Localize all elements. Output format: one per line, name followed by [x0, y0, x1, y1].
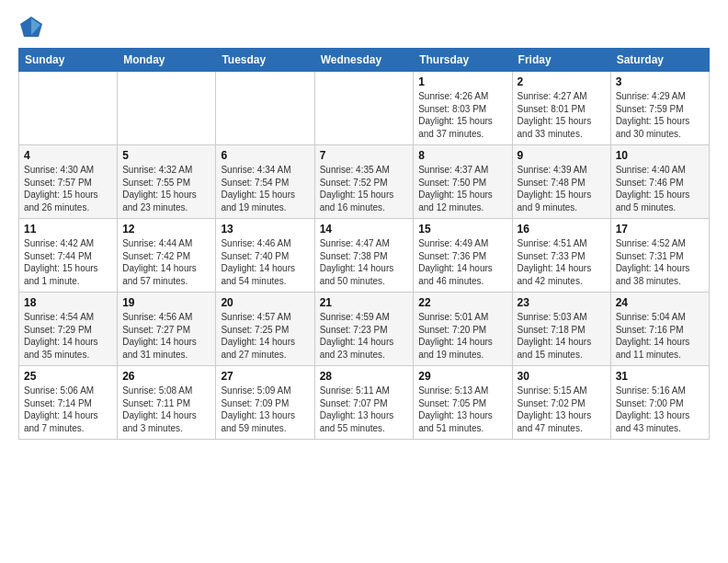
day-detail: Sunrise: 4:29 AM Sunset: 7:59 PM Dayligh… — [616, 90, 704, 140]
day-number: 19 — [122, 296, 210, 309]
day-number: 30 — [518, 370, 606, 383]
header — [18, 15, 710, 40]
calendar-cell: 21Sunrise: 4:59 AM Sunset: 7:23 PM Dayli… — [314, 293, 414, 366]
calendar-table: SundayMondayTuesdayWednesdayThursdayFrid… — [18, 48, 710, 440]
day-number: 6 — [221, 149, 309, 162]
calendar-cell: 12Sunrise: 4:44 AM Sunset: 7:42 PM Dayli… — [118, 219, 216, 293]
day-detail: Sunrise: 4:27 AM Sunset: 8:01 PM Dayligh… — [518, 90, 606, 140]
day-number: 14 — [320, 223, 409, 236]
calendar-header-saturday: Saturday — [610, 49, 709, 72]
calendar-cell: 10Sunrise: 4:40 AM Sunset: 7:46 PM Dayli… — [610, 145, 709, 219]
day-detail: Sunrise: 5:09 AM Sunset: 7:09 PM Dayligh… — [221, 385, 309, 434]
calendar-cell: 8Sunrise: 4:37 AM Sunset: 7:50 PM Daylig… — [414, 145, 512, 219]
day-detail: Sunrise: 4:57 AM Sunset: 7:25 PM Dayligh… — [221, 311, 309, 361]
day-number: 10 — [616, 149, 704, 162]
day-number: 17 — [616, 223, 704, 236]
day-detail: Sunrise: 4:46 AM Sunset: 7:40 PM Dayligh… — [221, 237, 309, 287]
calendar-cell: 18Sunrise: 4:54 AM Sunset: 7:29 PM Dayli… — [19, 293, 118, 366]
calendar-week-row: 1Sunrise: 4:26 AM Sunset: 8:03 PM Daylig… — [19, 72, 710, 145]
calendar-cell: 24Sunrise: 5:04 AM Sunset: 7:16 PM Dayli… — [610, 293, 709, 366]
calendar-header-friday: Friday — [512, 49, 610, 72]
day-number: 18 — [24, 296, 112, 309]
day-number: 21 — [320, 296, 409, 309]
day-detail: Sunrise: 4:59 AM Sunset: 7:23 PM Dayligh… — [320, 311, 409, 361]
day-detail: Sunrise: 5:11 AM Sunset: 7:07 PM Dayligh… — [320, 385, 409, 434]
calendar-header-wednesday: Wednesday — [314, 49, 414, 72]
day-detail: Sunrise: 5:03 AM Sunset: 7:18 PM Dayligh… — [518, 311, 606, 361]
day-number: 25 — [24, 370, 112, 383]
page: SundayMondayTuesdayWednesdayThursdayFrid… — [0, 0, 728, 449]
calendar-cell: 23Sunrise: 5:03 AM Sunset: 7:18 PM Dayli… — [512, 293, 610, 366]
calendar-cell — [216, 72, 314, 145]
day-number: 13 — [221, 223, 309, 236]
calendar-cell: 7Sunrise: 4:35 AM Sunset: 7:52 PM Daylig… — [314, 145, 414, 219]
calendar-cell: 2Sunrise: 4:27 AM Sunset: 8:01 PM Daylig… — [512, 72, 610, 145]
day-detail: Sunrise: 4:49 AM Sunset: 7:36 PM Dayligh… — [418, 237, 506, 287]
day-detail: Sunrise: 5:04 AM Sunset: 7:16 PM Dayligh… — [616, 311, 704, 361]
day-number: 4 — [24, 149, 112, 162]
day-detail: Sunrise: 5:01 AM Sunset: 7:20 PM Dayligh… — [418, 311, 506, 361]
calendar-header-tuesday: Tuesday — [216, 49, 314, 72]
day-number: 3 — [616, 75, 704, 88]
day-number: 24 — [616, 296, 704, 309]
day-number: 9 — [518, 149, 606, 162]
calendar-cell: 19Sunrise: 4:56 AM Sunset: 7:27 PM Dayli… — [118, 293, 216, 366]
day-detail: Sunrise: 4:47 AM Sunset: 7:38 PM Dayligh… — [320, 237, 409, 287]
calendar-cell: 27Sunrise: 5:09 AM Sunset: 7:09 PM Dayli… — [216, 366, 314, 440]
day-detail: Sunrise: 5:15 AM Sunset: 7:02 PM Dayligh… — [518, 385, 606, 434]
day-detail: Sunrise: 4:51 AM Sunset: 7:33 PM Dayligh… — [518, 237, 606, 287]
calendar-week-row: 25Sunrise: 5:06 AM Sunset: 7:14 PM Dayli… — [19, 366, 710, 440]
calendar-cell: 16Sunrise: 4:51 AM Sunset: 7:33 PM Dayli… — [512, 219, 610, 293]
day-number: 23 — [518, 296, 606, 309]
calendar-cell: 5Sunrise: 4:32 AM Sunset: 7:55 PM Daylig… — [118, 145, 216, 219]
day-number: 29 — [418, 370, 506, 383]
day-detail: Sunrise: 4:42 AM Sunset: 7:44 PM Dayligh… — [24, 237, 112, 287]
calendar-cell: 30Sunrise: 5:15 AM Sunset: 7:02 PM Dayli… — [512, 366, 610, 440]
day-detail: Sunrise: 4:44 AM Sunset: 7:42 PM Dayligh… — [122, 237, 210, 287]
day-detail: Sunrise: 4:26 AM Sunset: 8:03 PM Dayligh… — [418, 90, 506, 140]
day-number: 8 — [418, 149, 506, 162]
day-number: 11 — [24, 223, 112, 236]
calendar-cell — [19, 72, 118, 145]
day-number: 16 — [518, 223, 606, 236]
calendar-cell: 26Sunrise: 5:08 AM Sunset: 7:11 PM Dayli… — [118, 366, 216, 440]
calendar-header-row: SundayMondayTuesdayWednesdayThursdayFrid… — [19, 49, 710, 72]
calendar-cell: 29Sunrise: 5:13 AM Sunset: 7:05 PM Dayli… — [414, 366, 512, 440]
day-detail: Sunrise: 4:56 AM Sunset: 7:27 PM Dayligh… — [122, 311, 210, 361]
day-number: 27 — [221, 370, 309, 383]
calendar-cell: 1Sunrise: 4:26 AM Sunset: 8:03 PM Daylig… — [414, 72, 512, 145]
calendar-cell: 9Sunrise: 4:39 AM Sunset: 7:48 PM Daylig… — [512, 145, 610, 219]
day-number: 1 — [418, 75, 506, 88]
day-detail: Sunrise: 4:37 AM Sunset: 7:50 PM Dayligh… — [418, 164, 506, 213]
day-number: 15 — [418, 223, 506, 236]
day-detail: Sunrise: 5:06 AM Sunset: 7:14 PM Dayligh… — [24, 385, 112, 434]
day-number: 12 — [122, 223, 210, 236]
calendar-week-row: 18Sunrise: 4:54 AM Sunset: 7:29 PM Dayli… — [19, 293, 710, 366]
calendar-cell: 11Sunrise: 4:42 AM Sunset: 7:44 PM Dayli… — [19, 219, 118, 293]
day-detail: Sunrise: 5:08 AM Sunset: 7:11 PM Dayligh… — [122, 385, 210, 434]
day-detail: Sunrise: 4:40 AM Sunset: 7:46 PM Dayligh… — [616, 164, 704, 213]
calendar-cell: 28Sunrise: 5:11 AM Sunset: 7:07 PM Dayli… — [314, 366, 414, 440]
calendar-cell: 17Sunrise: 4:52 AM Sunset: 7:31 PM Dayli… — [610, 219, 709, 293]
calendar-cell — [314, 72, 414, 145]
day-number: 22 — [418, 296, 506, 309]
day-detail: Sunrise: 4:54 AM Sunset: 7:29 PM Dayligh… — [24, 311, 112, 361]
day-number: 31 — [616, 370, 704, 383]
logo — [18, 15, 48, 40]
calendar-cell: 4Sunrise: 4:30 AM Sunset: 7:57 PM Daylig… — [19, 145, 118, 219]
logo-icon — [18, 15, 44, 40]
calendar-cell: 25Sunrise: 5:06 AM Sunset: 7:14 PM Dayli… — [19, 366, 118, 440]
calendar-header-thursday: Thursday — [414, 49, 512, 72]
day-detail: Sunrise: 4:34 AM Sunset: 7:54 PM Dayligh… — [221, 164, 309, 213]
calendar-cell: 31Sunrise: 5:16 AM Sunset: 7:00 PM Dayli… — [610, 366, 709, 440]
day-number: 2 — [518, 75, 606, 88]
calendar-cell: 20Sunrise: 4:57 AM Sunset: 7:25 PM Dayli… — [216, 293, 314, 366]
day-detail: Sunrise: 4:30 AM Sunset: 7:57 PM Dayligh… — [24, 164, 112, 213]
day-number: 28 — [320, 370, 409, 383]
day-number: 7 — [320, 149, 409, 162]
calendar-week-row: 11Sunrise: 4:42 AM Sunset: 7:44 PM Dayli… — [19, 219, 710, 293]
day-detail: Sunrise: 4:39 AM Sunset: 7:48 PM Dayligh… — [518, 164, 606, 213]
calendar-week-row: 4Sunrise: 4:30 AM Sunset: 7:57 PM Daylig… — [19, 145, 710, 219]
day-number: 5 — [122, 149, 210, 162]
calendar-cell: 6Sunrise: 4:34 AM Sunset: 7:54 PM Daylig… — [216, 145, 314, 219]
